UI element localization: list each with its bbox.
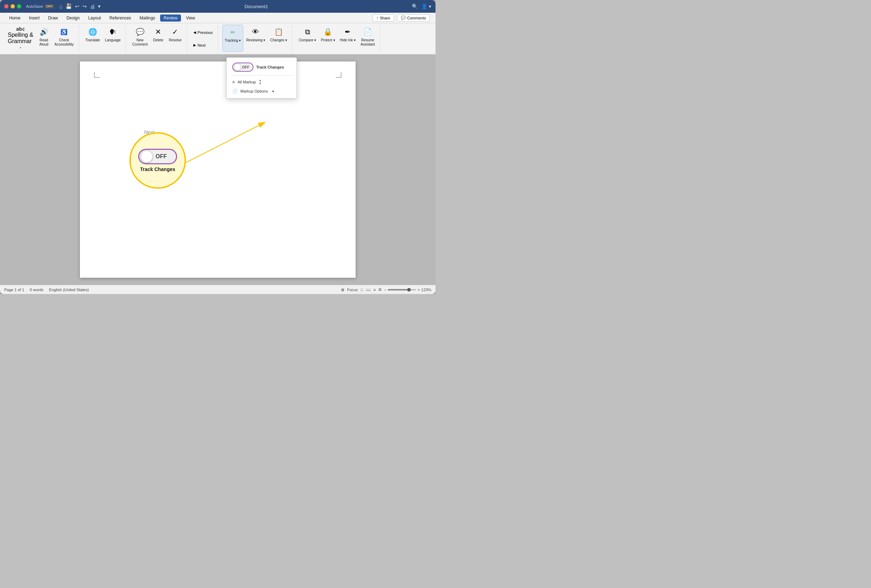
view-reading-icon[interactable]: 📖	[366, 287, 371, 292]
close-button[interactable]	[4, 4, 9, 9]
reviewing-button[interactable]: 👁 Reviewing ▾	[244, 25, 267, 52]
spelling-icon: abc	[16, 26, 25, 32]
save-icon[interactable]: 💾	[65, 3, 72, 9]
next-button[interactable]: ▶ Next	[191, 39, 208, 52]
undo-icon[interactable]: ↩	[75, 3, 79, 9]
comments-button[interactable]: 💬 Comments	[397, 14, 430, 22]
user-icon[interactable]: 👤 ▾	[421, 3, 431, 9]
resume-assistant-button[interactable]: 📄 ResumeAssistant	[358, 25, 377, 52]
read-aloud-button[interactable]: 🔊 ReadAloud	[36, 25, 52, 52]
tracking-dropdown: OFF Track Changes ≡ All Markup ▲ ▼ 📄 Mar…	[226, 57, 297, 99]
resume-assistant-label: ResumeAssistant	[361, 38, 375, 46]
translate-label: Translate	[85, 38, 100, 42]
zoom-in-icon[interactable]: +	[418, 288, 420, 292]
print-icon[interactable]: 🖨	[90, 3, 95, 9]
zoom-slider-thumb	[407, 288, 411, 292]
spelling-grammar-button[interactable]: abc Spelling &Grammar ▾	[6, 25, 35, 52]
resolve-icon: ✓	[170, 26, 181, 37]
titlebar: AutoSave OFF ⌂ 💾 ↩ ↪ 🖨 ▾ Document1 🔍 👤 ▾	[0, 0, 436, 13]
menu-item-insert[interactable]: Insert	[25, 15, 43, 22]
zoom-level: 123%	[421, 288, 431, 292]
document-area: Next OFF Track Changes	[0, 54, 436, 285]
dropdown-item-markup-options[interactable]: 📄 Markup Options ▾	[228, 87, 295, 96]
all-markup-arrows: ▲ ▼	[259, 79, 262, 85]
translate-button[interactable]: 🌐 Translate	[84, 25, 102, 52]
language-label: Language	[105, 38, 121, 42]
titlebar-right: 🔍 👤 ▾	[412, 3, 431, 9]
previous-button[interactable]: ◀ Previous	[191, 26, 215, 39]
track-changes-toggle-small[interactable]: OFF	[232, 63, 253, 72]
zoom-slider[interactable]	[388, 289, 416, 290]
markup-options-icon: 📄	[232, 89, 238, 94]
zoom-slider-track	[388, 289, 407, 290]
focus-icon: 🖥	[340, 288, 344, 292]
more-icon[interactable]: ▾	[98, 3, 101, 9]
all-markup-icon: ≡	[232, 79, 235, 84]
protect-button[interactable]: 🔒 Protect ▾	[319, 25, 337, 52]
menu-item-view[interactable]: View	[183, 15, 199, 22]
menu-item-layout[interactable]: Layout	[84, 15, 104, 22]
changes-icon: 📋	[273, 26, 284, 37]
compare-label: Compare ▾	[299, 38, 316, 42]
tracking-button[interactable]: ✏ Tracking ▾	[222, 25, 244, 52]
hide-ink-icon: ✒	[342, 26, 353, 37]
new-comment-button[interactable]: 💬 NewComment	[130, 25, 150, 52]
corner-mark-tr	[336, 72, 341, 78]
delete-button[interactable]: ✕ Delete	[151, 25, 166, 52]
search-icon[interactable]: 🔍	[412, 3, 418, 9]
translate-icon: 🌐	[87, 26, 98, 37]
toggle-knob-large	[141, 151, 153, 163]
menu-item-design[interactable]: Design	[63, 15, 83, 22]
traffic-lights	[4, 4, 21, 9]
app-window: AutoSave OFF ⌂ 💾 ↩ ↪ 🖨 ▾ Document1 🔍 👤 ▾…	[0, 0, 436, 294]
dropdown-item-all-markup[interactable]: ≡ All Markup ▲ ▼	[228, 77, 295, 87]
language-button[interactable]: 🗣 Language	[103, 25, 123, 52]
menu-item-review[interactable]: Review	[160, 15, 181, 22]
document-page: Next OFF Track Changes	[80, 61, 356, 278]
language: English (United States)	[49, 288, 89, 292]
callout-arrow	[80, 61, 356, 278]
share-button[interactable]: ↑ Share	[373, 14, 394, 22]
track-changes-toggle-large[interactable]: OFF	[138, 149, 177, 164]
markup-options-label: Markup Options	[240, 89, 268, 93]
ribbon-group-tracking: ✏ Tracking ▾ 👁 Reviewing ▾ 📋 Changes ▾	[220, 25, 293, 52]
view-normal-icon[interactable]: □	[361, 288, 363, 292]
menu-item-references[interactable]: References	[106, 15, 134, 22]
markup-options-chevron: ▾	[272, 90, 274, 93]
view-web-icon[interactable]: ⧉	[379, 287, 382, 292]
zoom-out-icon[interactable]: −	[384, 288, 386, 292]
comments-label: Comments	[407, 16, 426, 20]
reviewing-label: Reviewing ▾	[246, 38, 265, 42]
word-count: 0 words	[30, 288, 43, 292]
changes-label: Changes ▾	[270, 38, 287, 42]
menu-item-home[interactable]: Home	[6, 15, 24, 22]
minimize-button[interactable]	[10, 4, 15, 9]
page-info: Page 1 of 1	[4, 288, 24, 292]
resume-assistant-icon: 📄	[362, 26, 373, 37]
document-title: Document1	[103, 4, 409, 9]
next-icon: ▶	[193, 43, 196, 47]
reviewing-icon: 👁	[250, 26, 261, 37]
ribbon-group-proofing: abc Spelling &Grammar ▾ 🔊 ReadAloud ♿ Ch…	[3, 25, 79, 52]
resolve-button[interactable]: ✓ Resolve	[167, 25, 184, 52]
menu-item-mailings[interactable]: Mailings	[136, 15, 159, 22]
all-markup-label: All Markup	[238, 80, 256, 84]
view-outline-icon[interactable]: ≡	[374, 288, 376, 292]
compare-icon: ⧉	[302, 26, 313, 37]
redo-icon[interactable]: ↪	[82, 3, 87, 9]
compare-button[interactable]: ⧉ Compare ▾	[296, 25, 318, 52]
corner-mark-tl	[94, 72, 100, 78]
ribbon-group-language: 🌐 Translate 🗣 Language	[81, 25, 126, 52]
dropdown-divider	[231, 75, 292, 76]
check-accessibility-button[interactable]: ♿ CheckAccessibility	[52, 25, 76, 52]
maximize-button[interactable]	[17, 4, 21, 9]
statusbar-right: 🖥 Focus □ 📖 ≡ ⧉ − + 123%	[340, 287, 431, 292]
focus-label[interactable]: Focus	[347, 288, 358, 292]
changes-button[interactable]: 📋 Changes ▾	[268, 25, 289, 52]
home-icon[interactable]: ⌂	[59, 3, 63, 9]
autosave-badge: OFF	[45, 4, 54, 9]
autosave-control: AutoSave OFF	[26, 4, 54, 9]
menu-item-draw[interactable]: Draw	[45, 15, 61, 22]
dropdown-track-changes-label: Track Changes	[256, 65, 284, 69]
hide-ink-button[interactable]: ✒ Hide Ink ▾	[338, 25, 358, 52]
